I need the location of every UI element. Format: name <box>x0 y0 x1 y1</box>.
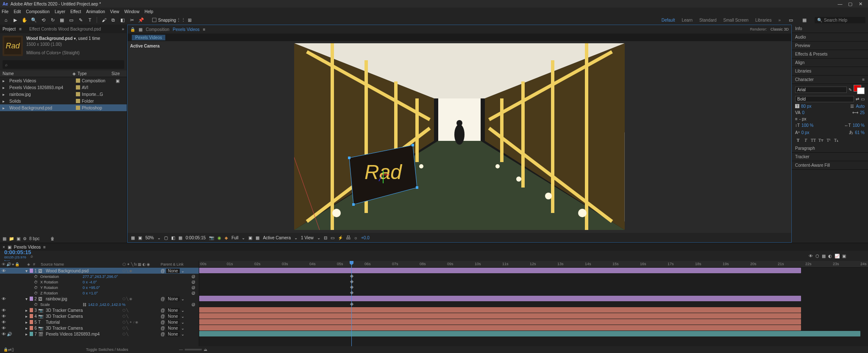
active-view[interactable]: Active Camera <box>263 235 291 240</box>
layer-bar[interactable] <box>199 313 801 319</box>
col-quality-icon[interactable]: ╲ <box>131 262 133 266</box>
menu-edit[interactable]: Edit <box>14 9 21 14</box>
hscale[interactable]: 100 % <box>853 123 865 128</box>
workspace-standard[interactable]: Standard <box>699 18 717 22</box>
close-icon[interactable]: ✕ <box>855 1 865 7</box>
font-family[interactable]: Arial <box>795 87 847 93</box>
stopwatch-icon[interactable]: ⏱ <box>34 286 38 290</box>
lock-icon[interactable]: 🔒 <box>130 27 135 32</box>
col-fx2-icon[interactable]: ✦ <box>127 262 130 266</box>
eye-icon[interactable]: 👁 <box>2 326 6 331</box>
timeline-layer[interactable]: 👁▸4📷3D Tracker Camera⬡ ╲ @ None ⌄ <box>0 313 199 319</box>
eraser-icon[interactable]: ◧ <box>119 17 126 23</box>
zoom-dropdown-icon[interactable]: ⌄ <box>157 235 161 240</box>
keyframe[interactable] <box>350 275 353 278</box>
eye-icon[interactable]: 👁 <box>2 332 6 336</box>
orbit-icon[interactable]: ⟲ <box>40 17 47 23</box>
workspace-smallscreen[interactable]: Small Screen <box>723 18 748 22</box>
menu-view[interactable]: View <box>110 9 120 14</box>
stopwatch-icon[interactable]: ⏱ <box>34 303 38 307</box>
italic-button[interactable]: T <box>803 138 809 143</box>
kerning[interactable]: 0 <box>802 110 805 115</box>
layer-property[interactable]: ⏱Orientation277.2°,263.3°,296.0°@ <box>0 274 199 279</box>
roto-icon[interactable]: ✂ <box>128 17 135 23</box>
layer-bar[interactable] <box>199 319 801 325</box>
tl-fx-icon[interactable]: ⬡ <box>815 254 819 258</box>
channel-icon[interactable]: ▣ <box>138 235 142 240</box>
expression-icon[interactable]: @ <box>192 275 195 279</box>
col-parent[interactable]: Parent & Link <box>161 262 199 266</box>
share-icon[interactable]: ⊟ <box>324 235 327 240</box>
pickwhip-icon[interactable]: @ <box>161 297 165 301</box>
eye-icon[interactable]: 👁 <box>2 297 6 301</box>
res-icon[interactable]: ▢ <box>164 235 168 240</box>
panel-overflow-icon[interactable]: » <box>122 27 124 31</box>
pen-icon[interactable]: ✎ <box>77 17 84 23</box>
view2-icon[interactable]: ▦ <box>256 235 259 240</box>
menu-animation[interactable]: Animation <box>86 9 105 14</box>
eye-icon[interactable]: 👁 <box>2 314 6 319</box>
tl-graph-icon[interactable]: 📈 <box>835 254 840 258</box>
zoom-icon[interactable]: 🔍 <box>31 17 37 23</box>
tab-project[interactable]: Project <box>3 27 16 31</box>
menu-layer[interactable]: Layer <box>55 9 65 14</box>
pickwhip-icon[interactable]: @ <box>161 326 165 331</box>
col-label-icon[interactable]: ◈ <box>27 262 33 266</box>
bold-button[interactable]: T <box>795 138 801 143</box>
keyframe[interactable] <box>350 291 353 294</box>
pickwhip-icon[interactable]: @ <box>161 308 165 313</box>
baseline[interactable]: 0 px <box>801 130 810 135</box>
menu-file[interactable]: File <box>2 9 8 14</box>
interpret-icon[interactable]: ▦ <box>3 236 6 241</box>
expression-icon[interactable]: @ <box>192 303 195 307</box>
tl-frame-blend-icon[interactable]: ▦ <box>822 254 826 258</box>
col-visible-icon[interactable]: 👁 <box>2 262 6 266</box>
project-item[interactable]: ▸Pexels VideosComposition▣ <box>0 77 127 84</box>
workspace-learn[interactable]: Learn <box>682 18 693 22</box>
col-label-icon[interactable]: ◈ <box>72 71 78 76</box>
swap-colors-icon[interactable]: ⇄ <box>856 97 859 101</box>
rotate-icon[interactable]: ↻ <box>49 17 56 23</box>
pickwhip-icon[interactable]: @ <box>161 332 165 336</box>
comp-name[interactable]: Pexels Videos <box>173 27 200 32</box>
hierarchy-icon[interactable]: 品 <box>346 235 351 241</box>
layer-property[interactable]: ⏱Y Rotation0 x +95.0°@ <box>0 285 199 290</box>
stopwatch-icon[interactable]: ⏱ <box>34 280 38 284</box>
clone-icon[interactable]: ⧉ <box>110 17 117 23</box>
playhead[interactable] <box>351 261 352 346</box>
workspace-menu-icon[interactable]: ▦ <box>801 17 808 23</box>
tracking[interactable]: 25 <box>860 110 865 115</box>
timeline-layer[interactable]: 👁🔊▸7🎬Pexels Videos 1826893.mp4⬡ ╲ @ None… <box>0 331 199 337</box>
fast-prev-icon[interactable]: ⚡ <box>338 235 343 240</box>
bpc-label[interactable]: 8 bpc <box>29 236 39 241</box>
expression-icon[interactable]: @ <box>192 280 195 284</box>
superscript-button[interactable]: T¹ <box>826 138 832 143</box>
exposure-icon[interactable]: ☼ <box>354 235 358 240</box>
layer-bar[interactable] <box>199 331 860 336</box>
menu-window[interactable]: Window <box>124 9 139 14</box>
menu-effect[interactable]: Effect <box>70 9 81 14</box>
project-item[interactable]: ▸Wood Background.psdPhotoshop <box>0 104 127 111</box>
keyframe[interactable] <box>350 280 353 283</box>
timeline-layer[interactable]: 👁▾1🖼Wood Background.psd⬡ ╲ ◉@ None ⌄ <box>0 268 199 274</box>
view1-icon[interactable]: ▣ <box>248 235 252 240</box>
comp-breadcrumb[interactable]: Pexels Videos <box>132 35 165 40</box>
pickwhip-icon[interactable]: @ <box>161 320 165 325</box>
panel-preview[interactable]: Preview <box>792 42 868 50</box>
font-size[interactable]: 80 px <box>801 104 811 109</box>
col-3d-icon[interactable]: ◉ <box>147 262 150 266</box>
comp-tab-menu-icon[interactable]: ≡ <box>203 27 206 32</box>
col-name[interactable]: Name <box>3 71 72 76</box>
eye-icon[interactable]: 👁 <box>2 269 6 273</box>
views-count[interactable]: 1 View <box>301 235 314 240</box>
viewer[interactable]: Active Camera <box>128 41 791 233</box>
col-audio-icon[interactable]: 🔊 <box>6 262 11 266</box>
timeline-layer[interactable]: 👁▸5TTutorial⬡ ╲ ✦ / ◉@ None ⌄ <box>0 319 199 325</box>
search-help[interactable]: 🔍 Search Help <box>815 17 865 23</box>
layer-bar[interactable] <box>199 307 801 313</box>
font-weight[interactable]: Bold <box>795 96 854 102</box>
viewer-time[interactable]: 0:00:05:15 <box>186 235 206 240</box>
panel-effects[interactable]: Effects & Presets <box>792 50 868 59</box>
tl-tab-menu-icon[interactable]: ≡ <box>43 245 46 249</box>
no-fill-icon[interactable]: ▭ <box>861 97 865 101</box>
